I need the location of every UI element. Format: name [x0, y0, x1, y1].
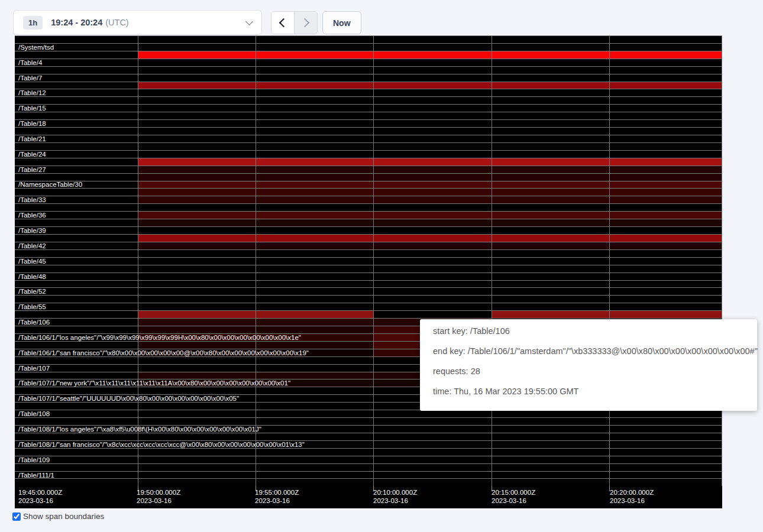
heatmap-row[interactable]: /Table/48	[15, 273, 722, 280]
heatmap-cell[interactable]	[373, 242, 492, 249]
heatmap-cell[interactable]	[138, 372, 256, 379]
heatmap-cell[interactable]	[256, 181, 373, 189]
heatmap-cell[interactable]	[492, 51, 609, 59]
heatmap-row[interactable]	[15, 280, 722, 288]
heatmap-row[interactable]: /Table/108/1/"los angeles"/"\xa8\xf5\u00…	[15, 425, 722, 433]
heatmap-row[interactable]	[15, 173, 722, 181]
heatmap-cell[interactable]	[609, 82, 722, 89]
heatmap-row[interactable]: /Table/24	[15, 150, 722, 158]
now-button[interactable]: Now	[322, 11, 361, 34]
heatmap-row[interactable]	[15, 51, 722, 59]
heatmap-cell[interactable]	[373, 158, 492, 166]
heatmap-row[interactable]: /System/tsd	[15, 43, 722, 51]
heatmap-cell[interactable]	[256, 82, 373, 89]
heatmap-row[interactable]	[15, 478, 722, 486]
heatmap-row[interactable]: /Table/4	[15, 59, 722, 66]
heatmap-row[interactable]: /Table/109	[15, 456, 722, 463]
show-span-boundaries-label[interactable]: Show span boundaries	[23, 512, 104, 521]
key-visualizer-heatmap[interactable]: /System/tsd/Table/4/Table/7/Table/12/Tab…	[15, 35, 722, 508]
heatmap-cell[interactable]	[256, 212, 373, 219]
heatmap-cell[interactable]	[373, 181, 492, 189]
heatmap-row[interactable]: /Table/27	[15, 166, 722, 173]
heatmap-cell[interactable]	[138, 181, 256, 189]
heatmap-row[interactable]: /Table/12	[15, 89, 722, 96]
heatmap-row[interactable]: /Table/108	[15, 410, 722, 417]
heatmap-cell[interactable]	[492, 82, 609, 89]
heatmap-cell[interactable]	[492, 196, 609, 203]
heatmap-cell[interactable]	[138, 311, 256, 318]
heatmap-row[interactable]	[15, 234, 722, 242]
heatmap-cell[interactable]	[492, 219, 609, 226]
heatmap-row[interactable]	[15, 66, 722, 74]
heatmap-cell[interactable]	[256, 342, 373, 349]
heatmap-row[interactable]	[15, 127, 722, 135]
heatmap-row[interactable]: /Table/18	[15, 119, 722, 127]
heatmap-cell[interactable]	[256, 219, 373, 226]
heatmap-cell[interactable]	[138, 326, 256, 333]
heatmap-row[interactable]: /Table/52	[15, 287, 722, 295]
heatmap-cell[interactable]	[609, 311, 722, 318]
heatmap-cell[interactable]	[256, 166, 373, 173]
heatmap-cell[interactable]	[609, 219, 722, 226]
heatmap-cell[interactable]	[609, 181, 722, 189]
heatmap-cell[interactable]	[256, 189, 373, 196]
heatmap-row[interactable]	[15, 433, 722, 440]
heatmap-row[interactable]	[15, 35, 722, 43]
heatmap-cell[interactable]	[609, 242, 722, 249]
heatmap-row[interactable]: /Table/15	[15, 104, 722, 112]
heatmap-cell[interactable]	[492, 235, 609, 242]
heatmap-row[interactable]	[15, 188, 722, 196]
heatmap-cell[interactable]	[256, 158, 373, 166]
heatmap-cell[interactable]	[256, 242, 373, 249]
heatmap-row[interactable]	[15, 265, 722, 273]
heatmap-row[interactable]	[15, 448, 722, 456]
heatmap-cell[interactable]	[256, 196, 373, 203]
heatmap-cell[interactable]	[373, 235, 492, 242]
heatmap-row[interactable]	[15, 310, 722, 318]
heatmap-row[interactable]	[15, 203, 722, 211]
heatmap-row[interactable]	[15, 417, 722, 425]
heatmap-row[interactable]	[15, 82, 722, 89]
heatmap-row[interactable]	[15, 96, 722, 104]
heatmap-cell[interactable]	[492, 174, 609, 181]
heatmap-row[interactable]	[15, 112, 722, 119]
heatmap-row[interactable]: /Table/36	[15, 211, 722, 219]
prev-button[interactable]	[271, 12, 294, 34]
heatmap-cell[interactable]	[138, 166, 256, 173]
heatmap-cell[interactable]	[373, 82, 492, 89]
heatmap-cell[interactable]	[492, 158, 609, 166]
time-range-selector[interactable]: 1h 19:24 - 20:24 (UTC)	[13, 10, 262, 35]
heatmap-cell[interactable]	[609, 212, 722, 219]
heatmap-row[interactable]: /NamespaceTable/30	[15, 181, 722, 189]
heatmap-cell[interactable]	[138, 242, 256, 249]
heatmap-cell[interactable]	[373, 51, 492, 59]
heatmap-row[interactable]: /Table/33	[15, 196, 722, 203]
heatmap-plot[interactable]: /System/tsd/Table/4/Table/7/Table/12/Tab…	[15, 35, 722, 486]
heatmap-cell[interactable]	[138, 319, 256, 326]
heatmap-cell[interactable]	[138, 189, 256, 196]
heatmap-row[interactable]	[15, 158, 722, 166]
heatmap-cell[interactable]	[609, 196, 722, 203]
heatmap-cell[interactable]	[492, 311, 609, 318]
heatmap-cell[interactable]	[609, 51, 722, 59]
heatmap-cell[interactable]	[256, 235, 373, 242]
heatmap-cell[interactable]	[138, 235, 256, 242]
heatmap-cell[interactable]	[609, 166, 722, 173]
heatmap-row[interactable]	[15, 463, 722, 471]
heatmap-cell[interactable]	[256, 311, 373, 318]
heatmap-row[interactable]	[15, 295, 722, 303]
heatmap-cell[interactable]	[492, 189, 609, 196]
heatmap-cell[interactable]	[373, 212, 492, 219]
heatmap-row[interactable]	[15, 249, 722, 257]
heatmap-row[interactable]: /Table/108/1/"san francisco"/"\x8c\xcc\x…	[15, 440, 722, 448]
heatmap-cell[interactable]	[373, 189, 492, 196]
heatmap-cell[interactable]	[138, 82, 256, 89]
heatmap-row[interactable]: /Table/55	[15, 303, 722, 310]
heatmap-cell[interactable]	[373, 219, 492, 226]
heatmap-cell[interactable]	[609, 235, 722, 242]
show-span-boundaries-checkbox[interactable]	[12, 512, 21, 521]
heatmap-cell[interactable]	[492, 212, 609, 219]
heatmap-cell[interactable]	[138, 174, 256, 181]
heatmap-row[interactable]	[15, 142, 722, 150]
heatmap-cell[interactable]	[492, 181, 609, 189]
